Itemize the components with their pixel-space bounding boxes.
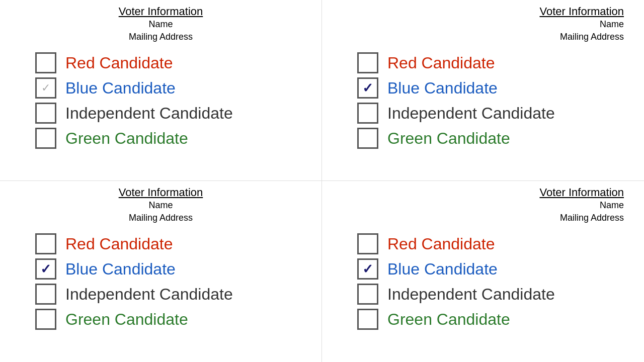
voter-info-title-bottom-right: Voter Information (539, 186, 624, 199)
candidates-list-bottom-left: Red Candidate✓Blue CandidateIndependent … (10, 233, 311, 330)
candidate-name-bottom-right-2: Independent Candidate (387, 285, 555, 304)
candidates-list-top-right: Red Candidate✓Blue CandidateIndependent … (332, 52, 634, 149)
candidate-row-top-right-0[interactable]: Red Candidate (357, 52, 634, 73)
voter-info-title-top-left: Voter Information (119, 5, 203, 18)
ballot-container: Voter InformationNameMailing AddressRed … (0, 0, 644, 362)
checkbox-bottom-right-1[interactable]: ✓ (357, 258, 378, 280)
ballot-section-bottom-right: Voter InformationNameMailing AddressRed … (322, 181, 644, 362)
checkbox-bottom-left-0[interactable] (35, 233, 56, 254)
ballot-section-top-right: Voter InformationNameMailing AddressRed … (322, 0, 644, 181)
voter-info-block-bottom-right: Voter InformationNameMailing Address (332, 186, 634, 224)
voter-info-title-bottom-left: Voter Information (119, 186, 203, 199)
voter-info-address-top-right: Mailing Address (560, 31, 624, 43)
checkbox-bottom-right-0[interactable] (357, 233, 378, 254)
checkbox-bottom-left-3[interactable] (35, 309, 56, 330)
candidate-name-bottom-left-1: Blue Candidate (65, 260, 176, 279)
candidate-name-top-left-0: Red Candidate (65, 54, 173, 72)
candidate-row-bottom-right-0[interactable]: Red Candidate (357, 233, 634, 254)
checkbox-top-right-1[interactable]: ✓ (357, 77, 378, 99)
candidate-row-top-left-1[interactable]: ✓Blue Candidate (35, 77, 311, 99)
checkbox-top-right-0[interactable] (357, 52, 378, 73)
ballot-section-top-left: Voter InformationNameMailing AddressRed … (0, 0, 322, 181)
voter-info-name-top-left: Name (148, 18, 173, 31)
candidate-name-top-right-2: Independent Candidate (387, 104, 555, 123)
candidate-row-top-right-1[interactable]: ✓Blue Candidate (357, 77, 634, 99)
candidate-name-top-left-1: Blue Candidate (65, 79, 176, 98)
checkbox-bottom-left-2[interactable] (35, 284, 56, 305)
voter-info-block-top-right: Voter InformationNameMailing Address (332, 5, 634, 43)
candidate-row-bottom-left-0[interactable]: Red Candidate (35, 233, 311, 254)
checkbox-bottom-right-2[interactable] (357, 284, 378, 305)
candidate-name-top-right-0: Red Candidate (387, 54, 495, 72)
candidate-name-bottom-left-0: Red Candidate (65, 235, 173, 253)
candidate-row-bottom-right-2[interactable]: Independent Candidate (357, 284, 634, 305)
candidate-name-top-left-3: Green Candidate (65, 129, 188, 148)
candidate-name-bottom-right-0: Red Candidate (387, 235, 495, 253)
ballot-section-bottom-left: Voter InformationNameMailing AddressRed … (0, 181, 322, 362)
candidate-name-bottom-left-2: Independent Candidate (65, 285, 233, 304)
candidate-name-top-right-3: Green Candidate (387, 129, 510, 148)
candidate-row-bottom-left-1[interactable]: ✓Blue Candidate (35, 258, 311, 280)
voter-info-address-bottom-left: Mailing Address (129, 212, 193, 224)
candidates-list-top-left: Red Candidate✓Blue CandidateIndependent … (10, 52, 311, 149)
checkbox-top-right-3[interactable] (357, 128, 378, 149)
checkbox-top-left-2[interactable] (35, 103, 56, 124)
candidate-name-top-left-2: Independent Candidate (65, 104, 233, 123)
checkbox-bottom-left-1[interactable]: ✓ (35, 258, 56, 280)
checkmark-bottom-right-1: ✓ (362, 262, 373, 276)
candidate-name-bottom-right-1: Blue Candidate (387, 260, 498, 279)
candidate-row-bottom-right-1[interactable]: ✓Blue Candidate (357, 258, 634, 280)
voter-info-name-bottom-left: Name (148, 199, 173, 212)
voter-info-name-top-right: Name (600, 18, 624, 31)
checkbox-top-right-2[interactable] (357, 103, 378, 124)
candidate-name-bottom-right-3: Green Candidate (387, 310, 510, 329)
checkmark-top-right-1: ✓ (362, 81, 373, 95)
candidate-name-top-right-1: Blue Candidate (387, 79, 498, 98)
candidates-list-bottom-right: Red Candidate✓Blue CandidateIndependent … (332, 233, 634, 330)
voter-info-address-top-left: Mailing Address (129, 31, 193, 43)
candidate-row-bottom-left-3[interactable]: Green Candidate (35, 309, 311, 330)
candidate-row-bottom-right-3[interactable]: Green Candidate (357, 309, 634, 330)
voter-info-block-bottom-left: Voter InformationNameMailing Address (10, 186, 311, 224)
voter-info-title-top-right: Voter Information (539, 5, 624, 18)
candidate-row-top-right-3[interactable]: Green Candidate (357, 128, 634, 149)
checkmark-faint-top-left-1: ✓ (41, 81, 50, 95)
candidate-row-top-left-3[interactable]: Green Candidate (35, 128, 311, 149)
candidate-row-top-left-0[interactable]: Red Candidate (35, 52, 311, 73)
checkbox-bottom-right-3[interactable] (357, 309, 378, 330)
checkbox-top-left-3[interactable] (35, 128, 56, 149)
voter-info-block-top-left: Voter InformationNameMailing Address (10, 5, 311, 43)
checkbox-top-left-1[interactable]: ✓ (35, 77, 56, 99)
candidate-row-top-right-2[interactable]: Independent Candidate (357, 103, 634, 124)
voter-info-address-bottom-right: Mailing Address (560, 212, 624, 224)
checkbox-top-left-0[interactable] (35, 52, 56, 73)
voter-info-name-bottom-right: Name (600, 199, 624, 212)
candidate-name-bottom-left-3: Green Candidate (65, 310, 188, 329)
checkmark-bottom-left-1: ✓ (40, 262, 51, 276)
candidate-row-top-left-2[interactable]: Independent Candidate (35, 103, 311, 124)
candidate-row-bottom-left-2[interactable]: Independent Candidate (35, 284, 311, 305)
